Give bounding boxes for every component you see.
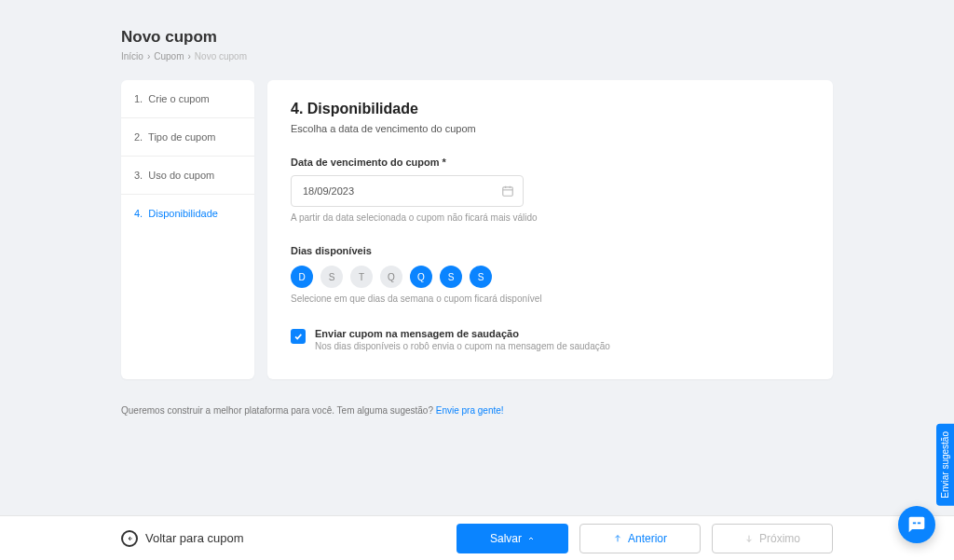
day-toggle-tue[interactable]: T — [350, 266, 373, 288]
expiry-label: Data de vencimento do cupom * — [291, 157, 810, 168]
day-toggle-fri[interactable]: S — [440, 266, 462, 288]
days-label: Dias disponíveis — [291, 245, 810, 256]
breadcrumb: Início › Cupom › Novo cupom — [121, 51, 833, 61]
save-button[interactable]: Salvar — [457, 524, 568, 553]
expiry-date-input[interactable] — [291, 175, 524, 207]
greeting-checkbox-label: Enviar cupom na mensagem de saudação — [315, 328, 810, 339]
sidebar-step-3[interactable]: 3. Uso do cupom — [121, 157, 254, 195]
svg-rect-0 — [503, 187, 513, 196]
day-toggle-sun[interactable]: D — [291, 266, 313, 288]
feedback-side-tab[interactable]: Enviar sugestão — [936, 424, 954, 506]
breadcrumb-home[interactable]: Início — [121, 51, 143, 61]
arrow-up-icon — [613, 534, 622, 543]
greeting-checkbox-desc: Nos dias disponíveis o robô envia o cupo… — [315, 341, 810, 351]
suggestion-line: Queremos construir a melhor plataforma p… — [121, 405, 504, 416]
sidebar-step-1[interactable]: 1. Crie o cupom — [121, 80, 254, 118]
section-title: 4. Disponibilidade — [291, 101, 810, 117]
back-link[interactable]: Voltar para cupom — [121, 530, 244, 547]
day-toggle-sat[interactable]: S — [470, 266, 492, 288]
day-circles: D S T Q Q S S — [291, 266, 810, 288]
section-subtitle: Escolha a data de vencimento do cupom — [291, 123, 810, 134]
breadcrumb-parent[interactable]: Cupom — [154, 51, 184, 61]
breadcrumb-current: Novo cupom — [195, 51, 247, 61]
chevron-up-icon — [527, 535, 535, 542]
previous-button[interactable]: Anterior — [579, 524, 701, 553]
arrow-down-icon — [744, 534, 754, 543]
day-toggle-mon[interactable]: S — [320, 266, 343, 288]
day-toggle-thu[interactable]: Q — [410, 266, 432, 288]
sidebar-step-2[interactable]: 2. Tipo de cupom — [121, 118, 254, 157]
sidebar-step-4[interactable]: 4. Disponibilidade — [121, 195, 254, 232]
footer-bar: Voltar para cupom Salvar Anterior Próxim… — [0, 515, 954, 560]
expiry-helper: A partir da data selecionada o cupom não… — [291, 212, 810, 223]
days-helper: Selecione em que dias da semana o cupom … — [291, 294, 810, 304]
steps-sidebar: 1. Crie o cupom 2. Tipo de cupom 3. Uso … — [121, 80, 254, 379]
chat-fab[interactable] — [898, 506, 935, 543]
page-title: Novo cupom — [121, 28, 833, 47]
chat-icon — [907, 515, 926, 534]
back-arrow-icon — [121, 530, 138, 547]
content-card: 4. Disponibilidade Escolha a data de ven… — [267, 80, 833, 379]
day-toggle-wed[interactable]: Q — [380, 266, 402, 288]
suggestion-link[interactable]: Envie pra gente! — [436, 405, 504, 416]
calendar-icon[interactable] — [501, 184, 514, 198]
greeting-checkbox[interactable] — [291, 329, 306, 344]
next-button[interactable]: Próximo — [712, 524, 833, 553]
